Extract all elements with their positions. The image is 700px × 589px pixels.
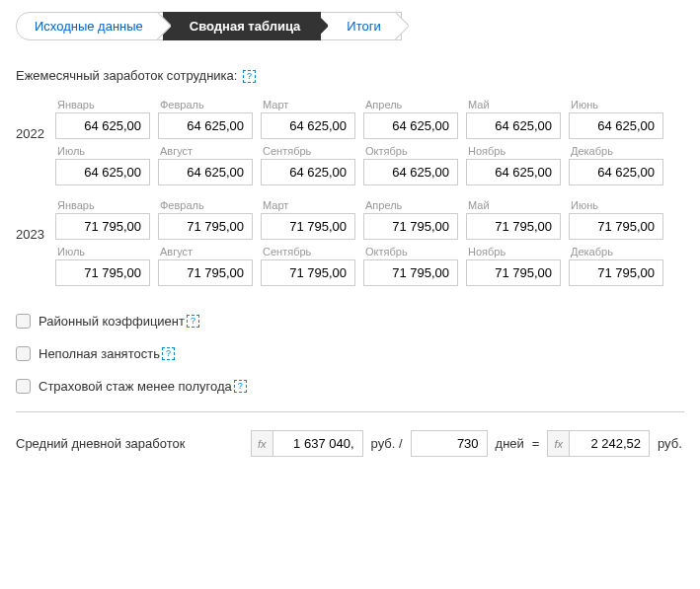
help-icon[interactable]: ? <box>234 380 247 393</box>
month-cell-aug: Август <box>158 145 253 185</box>
tabs-nav: Исходные данные Сводная таблица Итоги <box>16 12 684 40</box>
month-cell-may: Май <box>466 199 561 240</box>
month-input-sep[interactable] <box>261 159 355 185</box>
tab-label: Сводная таблица <box>190 19 300 34</box>
unit-rub-divide: руб. / <box>371 436 403 451</box>
month-cell-dec: Декабрь <box>569 145 663 185</box>
checkbox-row-regional: Районный коэффициент ? <box>16 314 684 329</box>
month-input-jun[interactable] <box>569 213 663 240</box>
tab-source-data[interactable]: Исходные данные <box>16 12 164 40</box>
month-input-nov[interactable] <box>466 159 561 185</box>
months-grid: Январь Февраль Март Апрель Май Июнь Июль… <box>55 99 663 185</box>
section-title: Ежемесячный заработок сотрудника: ? <box>16 68 684 83</box>
checkbox-label: Районный коэффициент <box>39 314 185 329</box>
month-input-oct[interactable] <box>363 159 458 185</box>
month-input-mar[interactable] <box>261 112 355 139</box>
month-label: Июль <box>55 145 150 157</box>
chevron-right-icon <box>312 13 328 39</box>
fx-total-wrap: fx <box>251 430 363 457</box>
result-label: Средний дневной заработок <box>16 436 243 451</box>
month-cell-jan: Январь <box>55 199 150 240</box>
months-grid: Январь Февраль Март Апрель Май Июнь Июль… <box>55 199 663 286</box>
month-cell-apr: Апрель <box>363 199 458 240</box>
month-label: Август <box>158 145 253 157</box>
total-earnings-input[interactable] <box>272 430 363 457</box>
equals-sign: = <box>532 436 540 451</box>
divider <box>16 411 684 412</box>
month-label: Август <box>158 246 253 258</box>
checkboxes-section: Районный коэффициент ? Неполная занятост… <box>16 314 684 394</box>
month-cell-apr: Апрель <box>363 99 458 139</box>
month-input-sep[interactable] <box>261 259 355 286</box>
month-input-may[interactable] <box>466 213 561 240</box>
average-daily-input[interactable] <box>569 430 650 457</box>
month-label: Октябрь <box>363 246 458 258</box>
month-input-may[interactable] <box>466 112 561 139</box>
month-input-mar[interactable] <box>261 213 355 240</box>
month-label: Март <box>261 199 355 211</box>
month-label: Февраль <box>158 99 253 110</box>
month-cell-jul: Июль <box>55 246 150 286</box>
section-title-text: Ежемесячный заработок сотрудника: <box>16 68 237 83</box>
month-input-dec[interactable] <box>569 159 663 185</box>
month-label: Июнь <box>569 99 663 110</box>
month-input-jan[interactable] <box>55 112 150 139</box>
month-cell-sep: Сентябрь <box>261 246 355 286</box>
month-input-feb[interactable] <box>158 213 253 240</box>
month-cell-jun: Июнь <box>569 199 663 240</box>
month-input-aug[interactable] <box>158 259 253 286</box>
fx-average-wrap: fx <box>547 430 650 457</box>
year-block-2023: 2023 Январь Февраль Март Апрель Май Июнь… <box>16 199 684 286</box>
month-input-apr[interactable] <box>363 112 458 139</box>
fx-icon: fx <box>251 430 272 457</box>
checkbox-label: Страховой стаж менее полугода <box>39 379 232 394</box>
month-cell-dec: Декабрь <box>569 246 663 286</box>
month-input-jun[interactable] <box>569 112 663 139</box>
month-cell-mar: Март <box>261 99 355 139</box>
tab-results[interactable]: Итоги <box>320 12 401 40</box>
regional-coefficient-checkbox[interactable] <box>16 314 31 329</box>
month-cell-feb: Февраль <box>158 99 253 139</box>
result-row: Средний дневной заработок fx руб. / дней… <box>16 430 684 457</box>
tab-summary-table[interactable]: Сводная таблица <box>163 12 321 40</box>
month-cell-nov: Ноябрь <box>466 246 561 286</box>
month-label: Март <box>261 99 355 110</box>
month-label: Сентябрь <box>261 145 355 157</box>
unit-rub: руб. <box>658 436 682 451</box>
month-cell-may: Май <box>466 99 561 139</box>
month-cell-oct: Октябрь <box>363 246 458 286</box>
insurance-experience-checkbox[interactable] <box>16 379 31 394</box>
month-input-dec[interactable] <box>569 259 663 286</box>
help-icon[interactable]: ? <box>162 347 175 360</box>
month-cell-sep: Сентябрь <box>261 145 355 185</box>
days-input[interactable] <box>411 430 488 457</box>
month-input-jul[interactable] <box>55 259 150 286</box>
month-label: Июль <box>55 246 150 258</box>
parttime-checkbox[interactable] <box>16 346 31 361</box>
month-label: Сентябрь <box>261 246 355 258</box>
month-input-oct[interactable] <box>363 259 458 286</box>
tab-label: Итоги <box>347 19 380 34</box>
month-input-jul[interactable] <box>55 159 150 185</box>
chevron-right-icon <box>393 13 409 39</box>
fx-icon: fx <box>547 430 569 457</box>
checkbox-row-parttime: Неполная занятость ? <box>16 346 684 361</box>
year-block-2022: 2022 Январь Февраль Март Апрель Май Июнь… <box>16 99 684 185</box>
month-label: Ноябрь <box>466 145 561 157</box>
month-cell-jun: Июнь <box>569 99 663 139</box>
month-label: Январь <box>55 199 150 211</box>
month-label: Ноябрь <box>466 246 561 258</box>
month-input-aug[interactable] <box>158 159 253 185</box>
fx-days-wrap <box>411 430 488 457</box>
help-icon[interactable]: ? <box>243 70 256 83</box>
month-input-nov[interactable] <box>466 259 561 286</box>
month-label: Май <box>466 199 561 211</box>
help-icon[interactable]: ? <box>187 315 199 328</box>
month-input-feb[interactable] <box>158 112 253 139</box>
month-cell-feb: Февраль <box>158 199 253 240</box>
month-input-jan[interactable] <box>55 213 150 240</box>
month-input-apr[interactable] <box>363 213 458 240</box>
month-cell-oct: Октябрь <box>363 145 458 185</box>
months-row: Январь Февраль Март Апрель Май Июнь <box>55 199 663 240</box>
month-label: Октябрь <box>363 145 458 157</box>
